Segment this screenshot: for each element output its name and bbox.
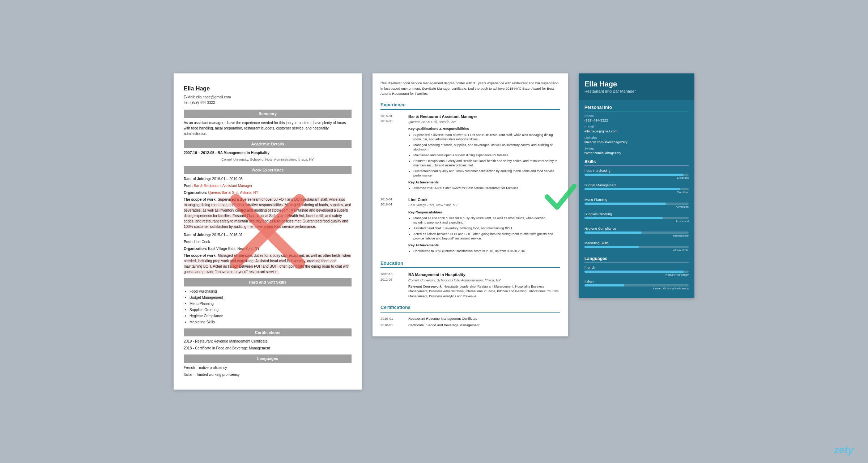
skill-3: Menu Planning xyxy=(190,301,352,306)
langs-header: Languages xyxy=(184,354,352,363)
skill-bar-2 xyxy=(584,188,689,190)
job1-resp-list: Supervised a diverse team of over 50 FOH… xyxy=(413,133,560,178)
job1-org: Queens Bar & Grill, Astoria, NY xyxy=(408,119,560,124)
lang-bar-1 xyxy=(584,271,689,273)
cert2-date: 2018-01 xyxy=(380,323,404,328)
certifications-section: Certifications 2019-01 Restaurant Revenu… xyxy=(380,304,560,328)
education-section: Education 2007-10 2012-05 BA Management … xyxy=(380,260,560,299)
skill-item-4: Supplies Ordering Advanced xyxy=(584,212,689,223)
linkedin-label: LinkedIn xyxy=(584,136,689,140)
lang-level-1: Native Proficiency xyxy=(584,273,689,276)
job1-qual-header: Key Qualifications & Responsibilities xyxy=(408,126,560,131)
job2-resp-3: Acted as liaison between FOH and BOH, of… xyxy=(413,232,560,241)
job1-resp-3: Maintained and developed a superb dining… xyxy=(413,153,560,158)
skill-bar-6 xyxy=(584,246,689,248)
skill-level-1: Excellent xyxy=(584,176,689,179)
email-value: ella.hage@gmail.com xyxy=(196,95,231,99)
exp-item-2: 2015-01 2016-01 Line Cook East Village E… xyxy=(380,197,560,255)
skill-name-3: Menu Planning xyxy=(584,197,689,201)
lang-1: French – native proficiency xyxy=(184,365,352,370)
work-item-2: Date of Joining: 2015-01 – 2016-01 Post:… xyxy=(184,232,352,275)
good-summary: Results-driven food service management d… xyxy=(380,81,560,96)
job1-ach-1: Awarded 2018 NYC Eater Award for Best As… xyxy=(413,186,560,191)
job1-resp-4: Ensured Occupational Safety and Health A… xyxy=(413,159,560,168)
edu-school: Cornell University, School of Hotel Admi… xyxy=(408,278,560,283)
job2-resp-list: Managed all line cook duties for a busy … xyxy=(413,216,560,241)
tel-value: (929) 444-3322 xyxy=(190,101,215,105)
edu-coursework: Relevant Coursework: Hospitality Leaders… xyxy=(408,284,560,299)
styled-title: Restaurant and Bar Manager xyxy=(584,89,689,93)
skill-bar-5 xyxy=(584,232,689,234)
skill-bar-4 xyxy=(584,217,689,219)
phone-label: Phone xyxy=(584,114,689,118)
tel-label: Tel: xyxy=(184,101,190,105)
experience-title: Experience xyxy=(380,101,560,110)
skill-name-6: Marketing Skills xyxy=(584,241,689,245)
job1-org: Organization: Queens Bar & Grill, Astori… xyxy=(184,190,352,195)
resume-good: Results-driven food service management d… xyxy=(373,73,568,336)
job2-ach-header: Key Achievements xyxy=(408,243,560,248)
lang-item-2: Italian Limited Working Proficiency xyxy=(584,279,689,290)
job1-resp-2: Managed ordering of foods, supplies, and… xyxy=(413,143,560,152)
job2-resp-2: Assisted head chef in inventory, orderin… xyxy=(413,226,560,231)
skill-name-4: Supplies Ordering xyxy=(584,212,689,216)
edu-date: 2007-10 2012-05 xyxy=(380,272,404,299)
skill-5: Hygiene Compliance xyxy=(190,313,352,319)
academic-school: Cornell University, School of Hotel Admi… xyxy=(184,157,352,162)
phone-value: (929) 444-3322 xyxy=(584,118,689,122)
edu-degree: BA Management in Hospitality xyxy=(408,272,560,278)
job1-date: Date of Joining: 2016-01 – 2019-03 xyxy=(184,176,352,182)
skill-6: Marketing Skills xyxy=(190,319,352,325)
skill-4: Supplies Ordering xyxy=(190,307,352,313)
skills-title: Skills xyxy=(584,159,689,166)
job2-ach-list: Contributed to 98% customer satisfaction… xyxy=(413,249,560,254)
academic-degree: 2007-10 – 2012-05 - BA Management in Hos… xyxy=(184,151,269,155)
job2-resp-1: Managed all line cook duties for a busy … xyxy=(413,216,560,225)
skill-name-2: Budget Management xyxy=(584,183,689,187)
experience-section: Experience 2016-01 2019-03 Bar & Restaur… xyxy=(380,101,560,255)
linkedin-value: linkedin.com/in/ellahagezety xyxy=(584,140,689,144)
summary-text: As an assistant manager, I have the expe… xyxy=(184,120,352,136)
certs-title: Certifications xyxy=(380,304,560,313)
exp-item-1: 2016-01 2019-03 Bar & Restaurant Assista… xyxy=(380,114,560,192)
cert-item-1: 2019-01 Restaurant Revenue Management Ce… xyxy=(380,316,560,321)
edu-content: BA Management in Hospitality Cornell Uni… xyxy=(408,272,560,299)
skill-level-4: Advanced xyxy=(584,220,689,223)
good-body: Results-driven food service management d… xyxy=(373,73,568,336)
academic-header: Academic Details xyxy=(184,140,352,148)
cert-2: 2018 - Certificate in Food and Beverage … xyxy=(184,345,352,351)
cert-item-2: 2018-01 Certificate in Food and Beverage… xyxy=(380,323,560,328)
skill-level-6: Intermediate xyxy=(584,249,689,252)
lang-name-1: French xyxy=(584,266,689,269)
lang-item-1: French Native Proficiency xyxy=(584,266,689,276)
edu-title: Education xyxy=(380,260,560,268)
job1-ach-list: Awarded 2018 NYC Eater Award for Best As… xyxy=(413,186,560,191)
email-label: E-mail xyxy=(584,125,689,129)
bad-name: Ella Hage xyxy=(184,84,352,93)
skill-fill-2 xyxy=(584,188,680,190)
resume-bad: Ella Hage E-Mail: ella.hage@gmail.com Te… xyxy=(174,73,362,389)
skill-item-6: Marketing Skills Intermediate xyxy=(584,241,689,252)
job1-resp-1: Supervised a diverse team of over 50 FOH… xyxy=(413,133,560,142)
styled-body: Personal Info Phone (929) 444-3322 E-mai… xyxy=(579,100,694,298)
exp-content-1: Bar & Restaurant Assistant Manager Queen… xyxy=(408,114,560,192)
lang-fill-2 xyxy=(584,284,624,286)
skill-fill-4 xyxy=(584,217,663,219)
cert2-name: Certificate in Food and Beverage Managem… xyxy=(408,323,480,328)
skill-item-5: Hygiene Compliance Intermediate xyxy=(584,226,689,237)
skill-name-5: Hygiene Compliance xyxy=(584,226,689,230)
email-label: E-Mail: xyxy=(184,95,195,99)
skill-item-1: Food Purchasing Excellent xyxy=(584,169,689,179)
job2-date: Date of Joining: 2015-01 – 2016-01 xyxy=(184,232,352,238)
work-header: Work Experience xyxy=(184,166,352,174)
job2-ach-1: Contributed to 98% customer satisfaction… xyxy=(413,249,560,254)
skills-list: Food Purchasing Budget Management Menu P… xyxy=(190,289,352,325)
job1-scope: The scope of work: Supervised a diverse … xyxy=(184,197,352,229)
skill-1: Food Purchasing xyxy=(190,289,352,294)
cert1-date: 2019-01 xyxy=(380,316,404,321)
job1-resp-5: Guaranteed food quality and 100% custome… xyxy=(413,169,560,178)
skill-2: Budget Management xyxy=(190,295,352,300)
certs-header: Certifications xyxy=(184,328,352,337)
skill-item-3: Menu Planning Advanced xyxy=(584,197,689,208)
skill-item-2: Budget Management Excellent xyxy=(584,183,689,194)
